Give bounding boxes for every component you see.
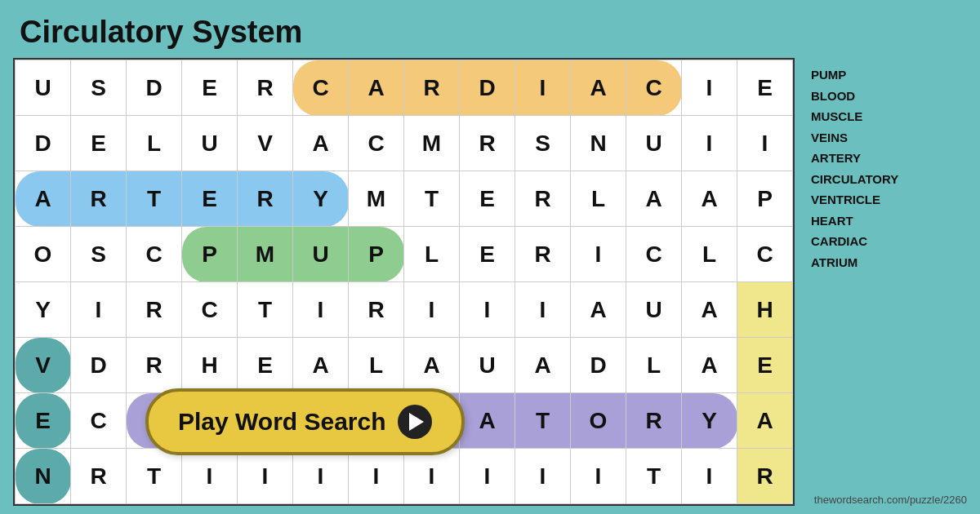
grid-cell[interactable]: I <box>515 282 571 338</box>
grid-cell[interactable]: R <box>404 60 460 116</box>
grid-cell[interactable]: U <box>16 60 71 116</box>
grid-cell[interactable]: R <box>737 449 793 504</box>
grid-cell[interactable]: T <box>404 171 460 227</box>
grid-cell[interactable]: R <box>515 227 571 282</box>
grid-cell[interactable]: U <box>626 282 682 338</box>
grid-cell[interactable]: R <box>127 338 182 393</box>
grid-cell[interactable]: R <box>515 171 571 227</box>
grid-cell[interactable]: I <box>515 449 571 504</box>
grid-cell[interactable]: A <box>571 282 626 338</box>
grid-cell[interactable]: I <box>293 449 349 504</box>
grid-cell[interactable]: R <box>71 449 127 504</box>
grid-cell[interactable]: E <box>71 116 127 171</box>
grid-cell[interactable]: R <box>71 171 127 227</box>
grid-cell[interactable]: A <box>293 338 349 393</box>
grid-cell[interactable]: T <box>127 449 182 504</box>
grid-cell[interactable]: C <box>182 282 238 338</box>
grid-cell[interactable]: I <box>515 60 571 116</box>
grid-cell[interactable]: E <box>182 60 238 116</box>
grid-cell[interactable]: O <box>571 393 626 449</box>
grid-cell[interactable]: D <box>460 60 515 116</box>
grid-cell[interactable]: A <box>404 338 460 393</box>
grid-cell[interactable]: N <box>571 116 626 171</box>
grid-cell[interactable]: Y <box>16 282 71 338</box>
grid-cell[interactable]: U <box>182 116 238 171</box>
grid-cell[interactable]: O <box>16 227 71 282</box>
grid-cell[interactable]: L <box>682 227 737 282</box>
grid-cell[interactable]: U <box>293 227 349 282</box>
grid-cell[interactable]: P <box>182 227 238 282</box>
grid-cell[interactable]: I <box>293 282 349 338</box>
grid-cell[interactable]: S <box>71 227 127 282</box>
grid-cell[interactable]: I <box>682 116 737 171</box>
grid-cell[interactable]: V <box>16 338 71 393</box>
grid-cell[interactable]: A <box>16 171 71 227</box>
grid-cell[interactable]: S <box>71 60 127 116</box>
grid-cell[interactable]: I <box>71 282 127 338</box>
grid-cell[interactable]: L <box>571 171 626 227</box>
grid-cell[interactable]: D <box>16 116 71 171</box>
grid-cell[interactable]: U <box>626 116 682 171</box>
grid-cell[interactable]: T <box>626 449 682 504</box>
grid-cell[interactable]: C <box>127 227 182 282</box>
grid-cell[interactable]: C <box>293 60 349 116</box>
grid-cell[interactable]: I <box>238 449 293 504</box>
grid-cell[interactable]: C <box>626 227 682 282</box>
grid-cell[interactable]: I <box>404 282 460 338</box>
grid-cell[interactable]: A <box>515 338 571 393</box>
grid-cell[interactable]: R <box>626 393 682 449</box>
grid-cell[interactable]: A <box>737 393 793 449</box>
grid-cell[interactable]: R <box>238 171 293 227</box>
grid-cell[interactable]: D <box>127 60 182 116</box>
grid-cell[interactable]: I <box>349 449 404 504</box>
grid-cell[interactable]: A <box>349 60 404 116</box>
grid-cell[interactable]: I <box>404 449 460 504</box>
grid-cell[interactable]: L <box>404 227 460 282</box>
grid-cell[interactable]: M <box>238 227 293 282</box>
grid-cell[interactable]: A <box>460 393 515 449</box>
grid-cell[interactable]: A <box>571 60 626 116</box>
grid-cell[interactable]: R <box>349 282 404 338</box>
grid-cell[interactable]: A <box>293 116 349 171</box>
grid-cell[interactable]: I <box>182 449 238 504</box>
grid-cell[interactable]: A <box>626 171 682 227</box>
grid-cell[interactable]: T <box>515 393 571 449</box>
grid-cell[interactable]: T <box>238 282 293 338</box>
grid-cell[interactable]: L <box>626 338 682 393</box>
grid-cell[interactable]: M <box>404 116 460 171</box>
grid-cell[interactable]: U <box>460 338 515 393</box>
grid-cell[interactable]: I <box>682 449 737 504</box>
grid-cell[interactable]: E <box>460 171 515 227</box>
grid-cell[interactable]: R <box>127 282 182 338</box>
grid-cell[interactable]: A <box>682 282 737 338</box>
grid-cell[interactable]: V <box>238 116 293 171</box>
grid-cell[interactable]: H <box>737 282 793 338</box>
grid-cell[interactable]: I <box>460 282 515 338</box>
grid-cell[interactable]: A <box>682 171 737 227</box>
grid-cell[interactable]: P <box>349 227 404 282</box>
grid-cell[interactable]: C <box>349 116 404 171</box>
grid-cell[interactable]: I <box>571 227 626 282</box>
grid-cell[interactable]: I <box>571 449 626 504</box>
grid-cell[interactable]: P <box>737 171 793 227</box>
grid-cell[interactable]: C <box>626 60 682 116</box>
grid-cell[interactable]: S <box>515 116 571 171</box>
grid-cell[interactable]: I <box>737 116 793 171</box>
grid-cell[interactable]: E <box>182 171 238 227</box>
grid-cell[interactable]: D <box>571 338 626 393</box>
grid-cell[interactable]: I <box>682 60 737 116</box>
grid-cell[interactable]: Y <box>682 393 737 449</box>
grid-cell[interactable]: I <box>460 449 515 504</box>
grid-cell[interactable]: A <box>682 338 737 393</box>
grid-cell[interactable]: Y <box>293 171 349 227</box>
grid-cell[interactable]: L <box>127 116 182 171</box>
grid-cell[interactable]: E <box>238 338 293 393</box>
grid-cell[interactable]: M <box>349 171 404 227</box>
grid-cell[interactable]: H <box>182 338 238 393</box>
grid-cell[interactable]: N <box>16 449 71 504</box>
grid-cell[interactable]: C <box>71 393 127 449</box>
grid-cell[interactable]: E <box>737 60 793 116</box>
grid-cell[interactable]: R <box>238 60 293 116</box>
grid-cell[interactable]: R <box>460 116 515 171</box>
grid-cell[interactable]: L <box>349 338 404 393</box>
